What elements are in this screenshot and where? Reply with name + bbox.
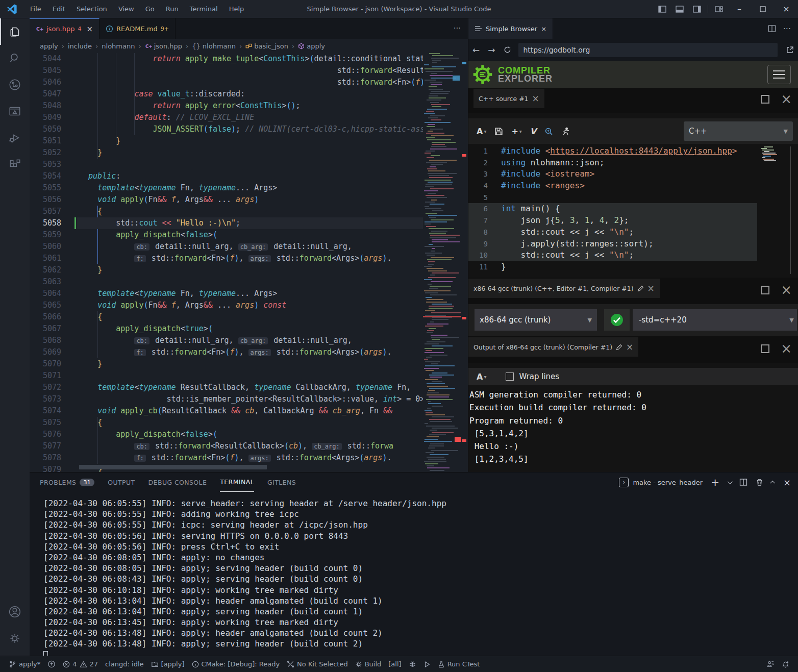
- panel-tab-debug-console[interactable]: DEBUG CONSOLE: [148, 472, 207, 492]
- close-pane-icon[interactable]: ×: [647, 284, 655, 293]
- options-dropdown-caret[interactable]: ▼: [786, 309, 797, 331]
- menu-go[interactable]: Go: [140, 0, 160, 18]
- code-line[interactable]: 5065 void apply(Fn&& f, Args&& ... args)…: [30, 300, 423, 311]
- toggle-secondary-sidebar-icon[interactable]: [688, 0, 706, 18]
- code-line[interactable]: 5069 f: std::forward<Fn>(f), args: std::…: [30, 346, 423, 358]
- ce-code-line[interactable]: 11}: [468, 261, 757, 273]
- code-editor[interactable]: 5044 return apply_make_tuple<ConstThis>(…: [30, 53, 423, 472]
- terminal-instance[interactable]: › make - serve_header: [619, 478, 703, 487]
- feedback-button[interactable]: [763, 660, 778, 668]
- back-icon[interactable]: ←: [468, 45, 484, 55]
- maximize-panel-icon[interactable]: [770, 480, 775, 485]
- font-size-button[interactable]: A▾: [477, 372, 486, 382]
- git-branch-status[interactable]: apply*: [5, 656, 44, 672]
- close-tab-icon[interactable]: ×: [86, 24, 93, 34]
- new-terminal-icon[interactable]: +: [711, 476, 719, 488]
- close-pane-icon[interactable]: ×: [781, 95, 792, 104]
- close-pane-icon[interactable]: ×: [781, 286, 792, 294]
- code-line[interactable]: 5067 apply_dispatch<true>(: [30, 323, 423, 335]
- output-pane-tab[interactable]: Output of x86-64 gcc (trunk) (Compiler #…: [468, 337, 638, 357]
- ce-code-line[interactable]: 2using nlohmann::json;: [468, 157, 757, 169]
- language-select[interactable]: C++ ▼: [684, 121, 793, 141]
- breadcrumb-item[interactable]: nlohmann: [102, 42, 135, 50]
- notifications-button[interactable]: [778, 660, 793, 668]
- cmake-folder-status[interactable]: [apply]: [147, 656, 188, 672]
- code-line[interactable]: 5078 f: std::forward<Fn>(f), args: std::…: [30, 452, 423, 464]
- menu-run[interactable]: Run: [160, 0, 184, 18]
- compiler-select[interactable]: x86-64 gcc (trunk) ▼: [475, 309, 597, 331]
- close-window-button[interactable]: ×: [775, 0, 798, 18]
- activitybar-run-debug[interactable]: [0, 125, 30, 151]
- code-line[interactable]: 5062 }: [30, 264, 423, 276]
- close-panel-icon[interactable]: ×: [783, 477, 791, 488]
- publish-status[interactable]: [44, 656, 59, 672]
- split-editor-icon[interactable]: [768, 24, 776, 33]
- maximize-button[interactable]: [751, 0, 775, 18]
- ce-code-line[interactable]: 1#include <https://localhost:8443/apply/…: [468, 145, 757, 157]
- code-line[interactable]: 5064 template<typename Fn, typename... A…: [30, 288, 423, 300]
- code-line[interactable]: 5077 cb: std::forward<ResultCallback>(cb…: [30, 440, 423, 452]
- breadcrumb-item-namespace[interactable]: {}nlohmann: [192, 42, 236, 50]
- code-line[interactable]: 5045 std::forward<ResultCallback>(cb),: [30, 65, 423, 77]
- ce-code-line[interactable]: 4#include <ranges>: [468, 180, 757, 192]
- panel-tab-terminal[interactable]: TERMINAL: [220, 472, 254, 492]
- ce-logo-text[interactable]: COMPILER EXPLORER: [498, 66, 553, 83]
- activitybar-search[interactable]: [0, 45, 30, 71]
- code-line[interactable]: 5051 }: [30, 135, 423, 147]
- toggle-panel-icon[interactable]: [671, 0, 688, 18]
- code-line[interactable]: 5072 template<typename ResultCallback, t…: [30, 382, 423, 393]
- activitybar-account[interactable]: [0, 599, 30, 625]
- debug-target-button[interactable]: [405, 656, 420, 672]
- activitybar-settings-gear[interactable]: [0, 625, 30, 652]
- activitybar-source-control[interactable]: [0, 71, 30, 98]
- code-line[interactable]: 5061 f: std::forward<Fn>(f), args: std::…: [30, 253, 423, 264]
- code-line[interactable]: 5049 default: // LCOV_EXCL_LINE: [30, 112, 423, 123]
- close-pane-icon[interactable]: ×: [532, 94, 539, 103]
- code-line[interactable]: 5052 }: [30, 147, 423, 159]
- maximize-pane-icon[interactable]: [761, 286, 769, 294]
- code-line[interactable]: 5070 }: [30, 358, 423, 370]
- kill-terminal-icon[interactable]: [756, 478, 763, 486]
- menu-selection[interactable]: Selection: [71, 0, 113, 18]
- minimap[interactable]: [423, 53, 461, 472]
- toggle-sidebar-icon[interactable]: [654, 0, 671, 18]
- close-pane-icon[interactable]: ×: [781, 344, 792, 353]
- compiler-pane-tab[interactable]: x86-64 gcc (trunk) (C++, Editor #1, Comp…: [468, 279, 660, 298]
- maximize-pane-icon[interactable]: [761, 344, 769, 353]
- code-line[interactable]: 5073 std::is_member_pointer<ResultCallba…: [30, 393, 423, 405]
- tab-simple-browser[interactable]: Simple Browser ×: [468, 18, 553, 39]
- build-target[interactable]: [all]: [385, 656, 405, 672]
- code-line[interactable]: 5053: [30, 159, 423, 170]
- panel-tab-gitlens[interactable]: GITLENS: [267, 472, 296, 492]
- browser-more-actions[interactable]: ···: [783, 24, 791, 34]
- close-pane-icon[interactable]: ×: [626, 343, 633, 352]
- tab-readme-md[interactable]: README.md 9+: [99, 18, 176, 39]
- code-line[interactable]: 5050 JSON_ASSERT(false); // NOLINT(cert-…: [30, 123, 423, 135]
- save-icon[interactable]: [494, 127, 503, 136]
- panel-tab-output[interactable]: OUTPUT: [108, 472, 135, 492]
- code-line[interactable]: 5055 template<typename Fn, typename... A…: [30, 182, 423, 194]
- menu-file[interactable]: File: [24, 0, 47, 18]
- add-pane-button[interactable]: +▾: [511, 127, 521, 136]
- menu-edit[interactable]: Edit: [47, 0, 71, 18]
- horizontal-scrollbar[interactable]: [79, 465, 267, 469]
- launch-target-button[interactable]: [420, 656, 434, 672]
- cmake-status[interactable]: CMake: [Debug]: Ready: [188, 656, 284, 672]
- ce-menu-hamburger[interactable]: [767, 65, 791, 84]
- menu-help[interactable]: Help: [223, 0, 250, 18]
- ce-scrollbar[interactable]: [790, 146, 791, 274]
- edit-title-icon[interactable]: [637, 285, 644, 292]
- code-line[interactable]: 5063: [30, 276, 423, 288]
- breadcrumb-item-class[interactable]: basic_json: [245, 42, 288, 50]
- ce-source-editor[interactable]: 1#include <https://localhost:8443/apply/…: [468, 145, 757, 275]
- source-pane-tab[interactable]: C++ source #1 ×: [473, 89, 544, 108]
- code-line[interactable]: 5054 public:: [30, 170, 423, 182]
- close-tab-icon[interactable]: ×: [541, 25, 546, 33]
- menu-view[interactable]: View: [113, 0, 140, 18]
- ce-code-line[interactable]: 9 j.apply(std::ranges::sort);: [468, 238, 757, 250]
- breadcrumb-item[interactable]: include: [68, 42, 92, 50]
- ce-code-line[interactable]: 3#include <iostream>: [468, 168, 757, 180]
- font-size-button[interactable]: A▾: [477, 127, 486, 136]
- code-line[interactable]: 5060 cb: detail::null_arg, cb_arg: detai…: [30, 241, 423, 253]
- forward-icon[interactable]: →: [484, 45, 499, 55]
